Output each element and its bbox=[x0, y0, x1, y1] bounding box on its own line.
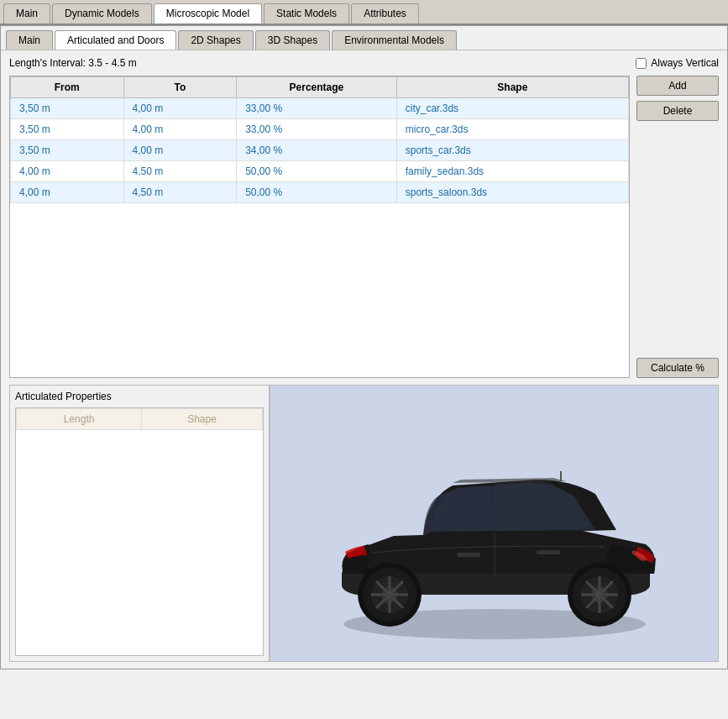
cell-from: 3,50 m bbox=[11, 140, 124, 161]
cell-from: 4,00 m bbox=[11, 182, 124, 203]
always-vertical-container: Always Vertical bbox=[636, 57, 719, 69]
cell-percentage: 34,00 % bbox=[237, 140, 397, 161]
cell-from: 3,50 m bbox=[11, 98, 124, 119]
cell-to: 4,50 m bbox=[123, 161, 237, 182]
shapes-table: From To Percentage Shape 3,50 m4,00 m33,… bbox=[10, 76, 629, 203]
table-row[interactable]: 4,00 m4,50 m50,00 %family_sedan.3ds bbox=[11, 161, 629, 182]
tab-static-models[interactable]: Static Models bbox=[264, 3, 349, 24]
articulated-table: Length Shape bbox=[16, 408, 263, 430]
bottom-section: Articulated Properties Length Shape bbox=[9, 385, 719, 662]
art-col-shape: Shape bbox=[142, 409, 263, 430]
calculate-button[interactable]: Calculate % bbox=[636, 358, 719, 378]
col-header-percentage: Percentage bbox=[237, 77, 397, 98]
shapes-table-container[interactable]: From To Percentage Shape 3,50 m4,00 m33,… bbox=[9, 76, 630, 378]
tab-main[interactable]: Main bbox=[3, 3, 50, 24]
subtab-2d-shapes[interactable]: 2D Shapes bbox=[178, 30, 253, 50]
length-interval-row: Length's Interval: 3.5 - 4.5 m Always Ve… bbox=[9, 57, 719, 69]
cell-shape: family_sedan.3ds bbox=[396, 161, 628, 182]
cell-to: 4,00 m bbox=[123, 98, 237, 119]
subtab-environmental-models[interactable]: Environmental Models bbox=[332, 30, 457, 50]
car-svg bbox=[293, 406, 696, 641]
cell-percentage: 50,00 % bbox=[237, 182, 397, 203]
table-section: From To Percentage Shape 3,50 m4,00 m33,… bbox=[9, 76, 719, 378]
length-interval-label: Length's Interval: 3.5 - 4.5 m bbox=[9, 57, 137, 69]
cell-percentage: 33,00 % bbox=[237, 119, 397, 140]
car-3d-view bbox=[270, 386, 718, 661]
articulated-table-container[interactable]: Length Shape bbox=[15, 407, 264, 656]
delete-button[interactable]: Delete bbox=[636, 101, 719, 121]
cell-shape: city_car.3ds bbox=[396, 98, 628, 119]
cell-shape: micro_car.3ds bbox=[396, 119, 628, 140]
cell-from: 3,50 m bbox=[11, 119, 124, 140]
sub-tab-bar: Main Articulated and Doors 2D Shapes 3D … bbox=[1, 26, 727, 50]
always-vertical-checkbox[interactable] bbox=[636, 58, 647, 69]
panel-content: Length's Interval: 3.5 - 4.5 m Always Ve… bbox=[1, 50, 727, 669]
table-row[interactable]: 3,50 m4,00 m33,00 %city_car.3ds bbox=[11, 98, 629, 119]
subtab-main[interactable]: Main bbox=[6, 30, 53, 50]
always-vertical-label: Always Vertical bbox=[651, 57, 719, 69]
col-header-to: To bbox=[123, 77, 237, 98]
tab-attributes[interactable]: Attributes bbox=[351, 3, 419, 24]
tab-microscopic-model[interactable]: Microscopic Model bbox=[154, 3, 262, 24]
table-buttons: Add Delete Calculate % bbox=[636, 76, 719, 378]
cell-from: 4,00 m bbox=[11, 161, 124, 182]
table-row[interactable]: 3,50 m4,00 m33,00 %micro_car.3ds bbox=[11, 119, 629, 140]
main-content: Main Articulated and Doors 2D Shapes 3D … bbox=[0, 25, 728, 669]
cell-to: 4,00 m bbox=[123, 119, 237, 140]
svg-rect-2 bbox=[537, 550, 560, 554]
subtab-3d-shapes[interactable]: 3D Shapes bbox=[255, 30, 330, 50]
svg-rect-19 bbox=[560, 471, 562, 481]
add-button[interactable]: Add bbox=[636, 76, 719, 96]
articulated-properties-panel: Articulated Properties Length Shape bbox=[9, 385, 270, 662]
cell-percentage: 50,00 % bbox=[237, 161, 397, 182]
subtab-articulated-and-doors[interactable]: Articulated and Doors bbox=[55, 30, 176, 50]
art-col-length: Length bbox=[17, 409, 142, 430]
cell-percentage: 33,00 % bbox=[237, 98, 397, 119]
svg-rect-1 bbox=[457, 553, 480, 557]
cell-shape: sports_saloon.3ds bbox=[396, 182, 628, 203]
top-tab-bar: Main Dynamic Models Microscopic Model St… bbox=[0, 0, 728, 25]
tab-dynamic-models[interactable]: Dynamic Models bbox=[52, 3, 152, 24]
articulated-properties-title: Articulated Properties bbox=[15, 391, 264, 402]
cell-shape: sports_car.3ds bbox=[396, 140, 628, 161]
col-header-shape: Shape bbox=[396, 77, 628, 98]
cell-to: 4,50 m bbox=[123, 182, 237, 203]
table-row[interactable]: 3,50 m4,00 m34,00 %sports_car.3ds bbox=[11, 140, 629, 161]
3d-preview-panel bbox=[270, 385, 719, 662]
cell-to: 4,00 m bbox=[123, 140, 237, 161]
table-row[interactable]: 4,00 m4,50 m50,00 %sports_saloon.3ds bbox=[11, 182, 629, 203]
col-header-from: From bbox=[11, 77, 124, 98]
